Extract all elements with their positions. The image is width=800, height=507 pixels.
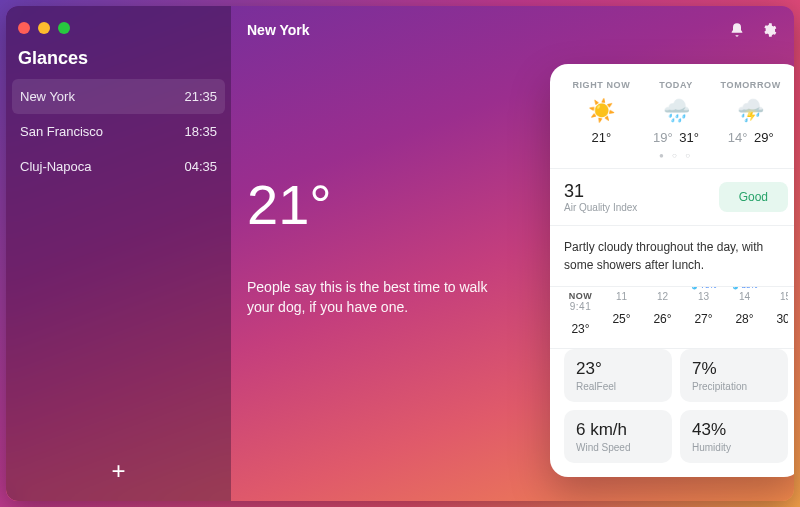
aqi-badge: Good (719, 182, 788, 212)
metric-humidity[interactable]: 43% Humidity (680, 410, 788, 463)
sidebar-item-time: 18:35 (184, 124, 217, 139)
topbar: New York (247, 18, 778, 42)
forecast-tomorrow[interactable]: TOMORROW ⛈️ 14° 29° (713, 80, 788, 145)
hour-cell[interactable]: 1530° (769, 291, 788, 336)
aqi-label: Air Quality Index (564, 202, 637, 213)
sidebar-item-label: San Francisco (20, 124, 103, 139)
add-location-button[interactable]: + (6, 445, 231, 501)
hour-cell[interactable]: 30%1428° (728, 291, 761, 336)
window-controls (6, 16, 231, 48)
maximize-icon[interactable] (58, 22, 70, 34)
minimize-icon[interactable] (38, 22, 50, 34)
sidebar-item-cluj-napoca[interactable]: Cluj-Napoca 04:35 (6, 149, 231, 184)
weather-description: People say this is the best time to walk… (247, 277, 507, 318)
close-icon[interactable] (18, 22, 30, 34)
daily-summary: Partly cloudy throughout the day, with s… (564, 226, 788, 286)
metric-precipitation[interactable]: 7% Precipitation (680, 349, 788, 402)
forecast-today[interactable]: TODAY 🌧️ 19° 31° (639, 80, 714, 145)
hour-cell[interactable]: 70%1327° (687, 291, 720, 336)
hour-cell[interactable]: NOW9:4123° (564, 291, 597, 336)
bell-icon[interactable] (728, 21, 746, 39)
page-dots[interactable]: ● ○ ○ (564, 151, 788, 160)
sidebar: Glances New York 21:35 San Francisco 18:… (6, 6, 231, 501)
hourly-forecast[interactable]: NOW9:4123°1125°1226°70%1327°30%1428°1530… (564, 287, 788, 348)
aqi-value: 31 (564, 181, 637, 202)
sidebar-item-new-york[interactable]: New York 21:35 (12, 79, 225, 114)
rain-icon: 🌧️ (639, 96, 714, 126)
sidebar-item-time: 04:35 (184, 159, 217, 174)
sidebar-item-label: New York (20, 89, 75, 104)
metrics-grid: 23° RealFeel 7% Precipitation 6 km/h Win… (564, 349, 788, 477)
metric-wind[interactable]: 6 km/h Wind Speed (564, 410, 672, 463)
aqi-row[interactable]: 31 Air Quality Index Good (564, 169, 788, 225)
precip-chance: 30% (728, 287, 761, 290)
sidebar-list: New York 21:35 San Francisco 18:35 Cluj-… (6, 79, 231, 445)
page-title: New York (247, 22, 310, 38)
metric-realfeel[interactable]: 23° RealFeel (564, 349, 672, 402)
weather-card: RIGHT NOW ☀️ 21° TODAY 🌧️ 19° 31° TOMORR… (550, 64, 794, 477)
main-panel: New York 21° People say this is the best… (231, 6, 794, 501)
hour-cell[interactable]: 1226° (646, 291, 679, 336)
sidebar-title: Glances (6, 48, 231, 79)
sidebar-item-label: Cluj-Napoca (20, 159, 92, 174)
hour-cell[interactable]: 1125° (605, 291, 638, 336)
sun-icon: ☀️ (564, 96, 639, 126)
storm-icon: ⛈️ (713, 96, 788, 126)
sidebar-item-san-francisco[interactable]: San Francisco 18:35 (6, 114, 231, 149)
forecast-now[interactable]: RIGHT NOW ☀️ 21° (564, 80, 639, 145)
precip-chance: 70% (687, 287, 720, 290)
app-window: Glances New York 21:35 San Francisco 18:… (6, 6, 794, 501)
forecast-row: RIGHT NOW ☀️ 21° TODAY 🌧️ 19° 31° TOMORR… (564, 80, 788, 145)
sidebar-item-time: 21:35 (184, 89, 217, 104)
gear-icon[interactable] (760, 21, 778, 39)
